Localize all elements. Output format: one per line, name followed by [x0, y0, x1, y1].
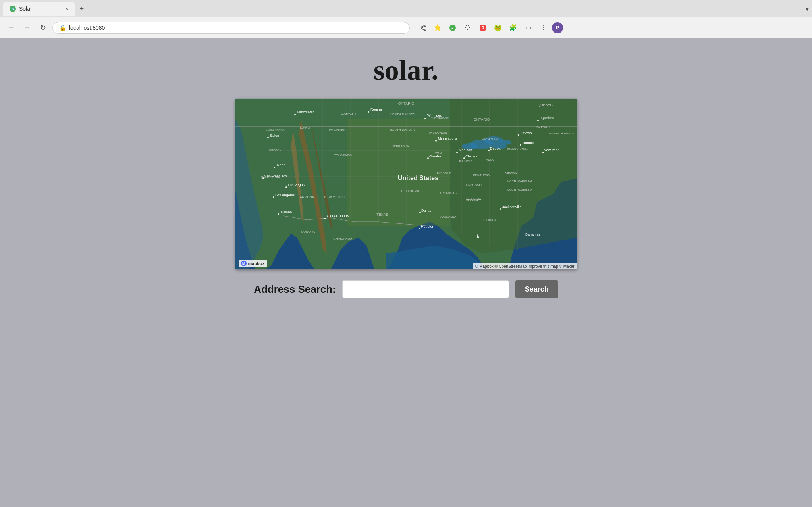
svg-point-45	[500, 208, 501, 210]
svg-text:OKLAHOMA: OKLAHOMA	[401, 189, 419, 193]
svg-point-34	[456, 152, 458, 153]
bookmark-button[interactable]: ⭐	[431, 21, 444, 34]
attribution-text: © Mapbox © OpenStreetMap Improve this ma…	[475, 264, 574, 269]
svg-text:LOUISIANA: LOUISIANA	[439, 215, 456, 219]
svg-text:Detroit: Detroit	[490, 146, 501, 150]
svg-text:IDAHO: IDAHO	[300, 126, 310, 129]
svg-point-11	[500, 140, 511, 145]
svg-text:ONTARIO: ONTARIO	[473, 117, 489, 121]
svg-point-38	[427, 157, 429, 159]
svg-text:Madison: Madison	[459, 148, 472, 152]
back-icon: ←	[8, 23, 15, 32]
svg-text:Houston: Houston	[421, 225, 434, 229]
svg-text:Vancouver: Vancouver	[297, 110, 314, 114]
svg-text:CHIHUAHUA: CHIHUAHUA	[333, 237, 352, 240]
svg-text:Jacksonville: Jacksonville	[502, 205, 522, 209]
svg-text:VERMONT: VERMONT	[536, 125, 550, 128]
svg-point-44	[419, 212, 421, 213]
svg-text:ARIZONA: ARIZONA	[300, 195, 314, 199]
svg-text:ONTARIO: ONTARIO	[398, 102, 414, 106]
tab-bar: S Solar × + ▾	[0, 0, 812, 17]
svg-text:VIRGINIA: VIRGINIA	[505, 172, 518, 175]
svg-text:TEXAS: TEXAS	[376, 213, 388, 217]
svg-text:MONTANA: MONTANA	[341, 113, 357, 116]
svg-point-35	[488, 150, 490, 151]
svg-text:MICHIGAN: MICHIGAN	[482, 138, 498, 141]
svg-point-37	[463, 157, 465, 159]
map-attribution: © Mapbox © OpenStreetMap Improve this ma…	[473, 263, 577, 269]
mapbox-logo: M mapbox	[239, 260, 267, 267]
svg-point-39	[274, 167, 275, 168]
tab-favicon: S	[10, 6, 16, 12]
svg-text:NEBRASKA: NEBRASKA	[392, 144, 409, 148]
svg-text:OHIO: OHIO	[485, 159, 493, 162]
svg-point-30	[518, 134, 519, 136]
svg-text:NEW MEXICO: NEW MEXICO	[324, 195, 345, 199]
address-search-input[interactable]	[342, 280, 509, 298]
svg-point-32	[267, 137, 269, 138]
search-button[interactable]: Search	[515, 280, 558, 298]
svg-text:S: S	[12, 8, 14, 10]
svg-text:MISSISSIPPI: MISSISSIPPI	[466, 199, 482, 202]
forward-button[interactable]: →	[21, 21, 33, 34]
sidebar-toggle-button[interactable]: ▭	[522, 21, 534, 34]
svg-text:Quebec: Quebec	[541, 116, 554, 120]
extension5-button[interactable]: 🧩	[507, 21, 519, 34]
browser-chrome: S Solar × + ▾ ← → ↻ 🔒 localhost:8080	[0, 0, 812, 38]
svg-point-46	[419, 228, 420, 229]
svg-text:Salem: Salem	[270, 134, 280, 138]
svg-text:SONORA: SONORA	[301, 230, 315, 234]
browser-tab-solar[interactable]: S Solar ×	[3, 2, 75, 16]
extension4-button[interactable]: 🐸	[492, 21, 504, 34]
svg-text:Las Vegas: Las Vegas	[288, 183, 305, 187]
svg-point-43	[324, 218, 326, 219]
app-title: solar.	[374, 54, 438, 87]
tab-close-button[interactable]: ×	[65, 6, 68, 12]
profile-avatar[interactable]: P	[552, 22, 563, 33]
svg-text:Ciudad Juarez: Ciudad Juarez	[327, 214, 350, 218]
security-icon: 🔒	[59, 25, 66, 31]
share-button[interactable]	[416, 21, 429, 34]
svg-text:SOUTH DAKOTA: SOUTH DAKOTA	[390, 128, 415, 131]
svg-text:Tijuana: Tijuana	[280, 210, 292, 214]
svg-point-26	[294, 114, 296, 115]
svg-point-42	[273, 196, 274, 198]
forward-icon: →	[23, 23, 31, 32]
svg-text:Chicago: Chicago	[465, 154, 478, 158]
menu-button[interactable]: ⋮	[537, 21, 550, 34]
toolbar-actions: ⭐ ✓ 🛡 R 🐸 🧩 ▭ ⋮ P	[416, 21, 563, 34]
svg-text:WYOMING: WYOMING	[329, 128, 345, 131]
page-content: solar.	[0, 38, 812, 507]
svg-point-31	[520, 144, 521, 146]
map-svg: United States ONTARIO ONTARIO QUEBEC MON…	[235, 99, 577, 269]
svg-point-29	[537, 120, 539, 121]
svg-text:Toronto: Toronto	[522, 141, 534, 145]
svg-text:WASHINGTON: WASHINGTON	[266, 129, 285, 132]
svg-text:KENTUCKY: KENTUCKY	[473, 173, 490, 177]
new-tab-button[interactable]: +	[76, 3, 87, 14]
svg-text:New York: New York	[544, 148, 559, 152]
svg-point-27	[368, 111, 369, 113]
tab-title: Solar	[19, 6, 32, 12]
map-container[interactable]: United States ONTARIO ONTARIO QUEBEC MON…	[235, 99, 577, 269]
extension1-button[interactable]: ✓	[446, 21, 459, 34]
svg-text:MASSACHUSETTS: MASSACHUSETTS	[549, 132, 574, 135]
address-bar[interactable]: 🔒 localhost:8080	[52, 22, 410, 34]
extension2-button[interactable]: 🛡	[461, 21, 474, 34]
svg-text:Los Angeles: Los Angeles	[275, 193, 295, 197]
svg-text:PENNSYLVANIA: PENNSYLVANIA	[507, 148, 528, 151]
svg-text:OREGON: OREGON	[269, 149, 281, 152]
tab-list-button[interactable]: ▾	[806, 5, 809, 13]
svg-text:Minneapolis: Minneapolis	[438, 136, 457, 140]
svg-text:Omaha: Omaha	[429, 154, 441, 158]
search-section: Address Search: Search	[254, 280, 558, 298]
svg-point-33	[435, 140, 437, 142]
mapbox-icon: M	[241, 261, 247, 266]
svg-text:✓: ✓	[451, 26, 454, 30]
svg-text:Dallas: Dallas	[421, 209, 432, 213]
browser-toolbar: ← → ↻ 🔒 localhost:8080 ⭐ ✓	[0, 17, 812, 38]
back-button[interactable]: ←	[5, 21, 17, 34]
extension3-button[interactable]: R	[476, 21, 489, 34]
reload-button[interactable]: ↻	[37, 21, 49, 34]
svg-point-41	[285, 186, 287, 188]
